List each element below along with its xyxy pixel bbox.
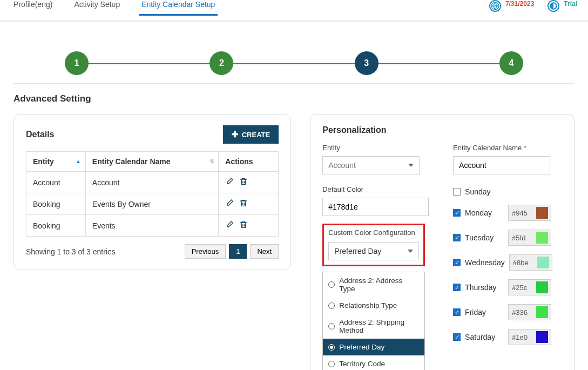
day-color-swatch [536, 306, 548, 318]
default-color-input[interactable] [322, 198, 429, 216]
tab-entity-calendar-setup[interactable]: Entity Calendar Setup [139, 0, 218, 16]
day-color-text: #336 [509, 308, 533, 317]
day-color-chip[interactable]: #336 [508, 304, 551, 320]
chevron-down-icon [408, 164, 414, 167]
stepper-line [65, 63, 523, 64]
cell-calendar-name: Events [85, 215, 219, 237]
page-1-button[interactable]: 1 [229, 244, 247, 259]
day-color-chip[interactable]: #25c [508, 279, 551, 295]
radio-icon [328, 302, 335, 309]
day-label: Friday [465, 308, 504, 317]
cell-calendar-name: Events By Owner [85, 193, 219, 215]
col-entity[interactable]: Entity▲ [26, 152, 86, 172]
day-row: Saturday #1e0 [453, 329, 562, 345]
day-label: Wednesday [465, 258, 505, 267]
radio-icon [328, 281, 335, 288]
cell-entity: Booking [26, 193, 86, 215]
globe-icon [489, 0, 501, 12]
col-calendar-name[interactable]: Entity Calendar Name⇅ [85, 152, 219, 172]
custom-color-select-value: Preferred Day [334, 247, 381, 255]
option-label: Relationship Type [339, 301, 397, 310]
day-checkbox[interactable] [453, 259, 461, 266]
option-label: Address 2: Shipping Method [339, 318, 419, 334]
day-color-swatch [537, 257, 549, 268]
tab-activity-setup[interactable]: Activity Setup [71, 0, 123, 16]
day-color-swatch [536, 232, 548, 244]
step-3[interactable]: 3 [355, 51, 379, 75]
radio-icon [328, 344, 335, 351]
dropdown-option[interactable]: Relationship Type [323, 297, 424, 314]
section-title: Advanced Setting [13, 93, 575, 104]
default-color-swatch[interactable] [429, 198, 429, 216]
edit-icon[interactable] [225, 220, 234, 231]
day-color-text: #5fd [509, 234, 533, 242]
dropdown-option[interactable]: Address 2: Shipping Method [323, 314, 424, 339]
stepper: 1 2 3 4 [65, 51, 523, 75]
create-button[interactable]: ✚ CREATE [223, 125, 279, 144]
day-row: Wednesday #8be [453, 254, 562, 271]
day-row: Monday #945 [453, 205, 562, 221]
prev-button[interactable]: Previous [185, 244, 226, 259]
day-label: Tuesday [465, 233, 504, 242]
day-color-text: #1e0 [509, 333, 533, 341]
custom-color-select[interactable]: Preferred Day [328, 242, 419, 260]
col-actions: Actions [219, 152, 279, 172]
custom-color-highlight: Custom Color Configuration Preferred Day [322, 224, 425, 266]
pager: Previous 1 Next [185, 244, 279, 259]
dropdown-option[interactable]: Address 2: Address Type [323, 272, 424, 297]
step-4[interactable]: 4 [499, 51, 523, 75]
day-color-text: #945 [509, 209, 533, 217]
day-row: Friday #336 [453, 304, 562, 320]
step-2[interactable]: 2 [209, 51, 233, 75]
custom-color-dropdown[interactable]: Address 2: Address TypeRelationship Type… [322, 272, 425, 370]
day-color-swatch [536, 207, 548, 219]
edit-icon[interactable] [225, 177, 234, 187]
day-row: Sunday [453, 187, 562, 196]
tabs: Profile(eng) Activity Setup Entity Calen… [11, 0, 218, 16]
day-checkbox[interactable] [453, 284, 461, 291]
day-color-chip[interactable]: #1e0 [508, 329, 551, 345]
day-checkbox[interactable] [453, 234, 461, 241]
day-color-swatch [536, 281, 548, 293]
details-table: Entity▲ Entity Calendar Name⇅ Actions Ac… [26, 151, 279, 237]
create-button-label: CREATE [242, 131, 270, 139]
status-icon [548, 0, 559, 12]
day-checkbox[interactable] [453, 209, 461, 217]
edit-icon[interactable] [225, 199, 234, 209]
day-label: Sunday [465, 187, 504, 196]
delete-icon[interactable] [239, 220, 248, 231]
calendar-name-input[interactable] [453, 156, 550, 174]
day-color-chip[interactable]: #8be [509, 254, 552, 271]
calendar-name-label: Entity Calendar Name * [453, 144, 562, 152]
option-label: Territory Code [339, 360, 385, 368]
dropdown-option[interactable]: Preferred Day [323, 339, 424, 355]
next-button[interactable]: Next [250, 244, 279, 259]
day-color-chip[interactable]: #945 [508, 205, 551, 221]
delete-icon[interactable] [239, 199, 248, 209]
plus-icon: ✚ [232, 130, 239, 139]
entity-label: Entity [322, 144, 431, 152]
sort-icon: ⇅ [209, 158, 214, 164]
tab-profile[interactable]: Profile(eng) [11, 0, 55, 16]
day-checkbox[interactable] [453, 308, 461, 316]
day-label: Saturday [465, 333, 504, 341]
status-box: 7/31/2023 Trial [489, 0, 577, 12]
divider [13, 83, 575, 84]
day-label: Thursday [465, 283, 504, 292]
table-row: Account Account [26, 172, 279, 193]
cell-entity: Account [26, 172, 86, 193]
day-label: Monday [465, 208, 504, 217]
day-color-chip[interactable]: #5fd [508, 230, 551, 246]
day-checkbox[interactable] [453, 188, 461, 196]
delete-icon[interactable] [239, 177, 248, 187]
day-checkbox[interactable] [453, 333, 461, 341]
dropdown-option[interactable]: Territory Code [323, 355, 424, 370]
personalization-panel: Personalization Entity Account Default C… [310, 114, 575, 370]
entity-select[interactable]: Account [322, 156, 420, 174]
option-label: Address 2: Address Type [339, 277, 419, 293]
day-row: Tuesday #5fd [453, 230, 562, 246]
radio-icon [328, 323, 335, 329]
step-1[interactable]: 1 [65, 51, 89, 75]
details-panel: Details ✚ CREATE Entity▲ Entity Calendar… [13, 114, 291, 270]
status-value: Trial [564, 0, 577, 8]
